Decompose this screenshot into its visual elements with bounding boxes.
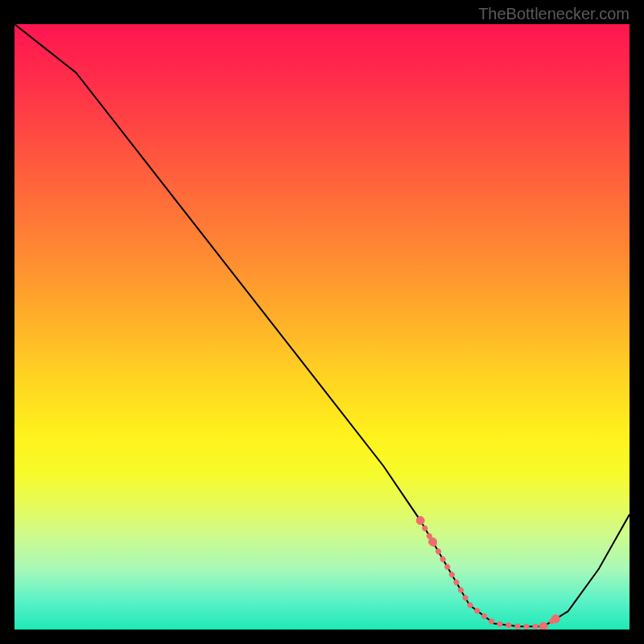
chart-plot-area bbox=[14, 24, 630, 630]
chart-highlight-dotted bbox=[420, 521, 555, 627]
chart-highlight-point bbox=[539, 622, 547, 630]
chart-highlight-point bbox=[429, 538, 437, 546]
chart-highlight-point bbox=[551, 615, 559, 623]
chart-highlight-points bbox=[416, 517, 559, 630]
chart-highlight-point bbox=[416, 517, 424, 525]
chart-curve-line bbox=[14, 24, 630, 626]
watermark-text: TheBottlenecker.com bbox=[478, 5, 630, 23]
chart-svg bbox=[14, 24, 630, 630]
